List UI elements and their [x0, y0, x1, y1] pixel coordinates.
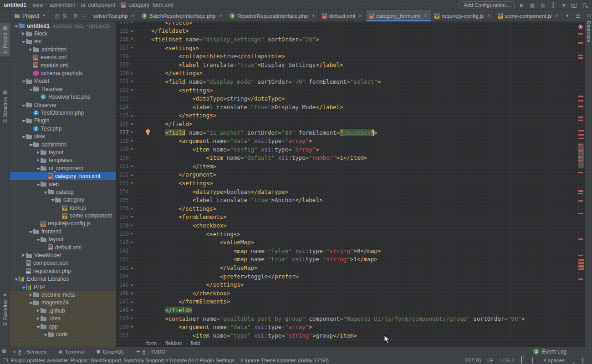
sidebar-item-favorites[interactable]: ★ 2: Favorites — [0, 292, 10, 325]
error-mark[interactable] — [578, 193, 583, 194]
code-line-217[interactable]: 217 <settings> — [116, 44, 577, 52]
code-line-221[interactable]: 221 <field name="display_mode" sortOrder… — [116, 77, 577, 86]
tree-item-adminhtml[interactable]: adminhtml — [10, 141, 116, 148]
error-mark[interactable] — [578, 200, 583, 202]
tree-open-arrow-icon[interactable] — [21, 102, 26, 108]
editor-scrollbar[interactable] — [578, 143, 584, 168]
code-line-241[interactable]: 241 <map name="false" xsi:type="string">… — [116, 247, 577, 255]
toolbar-button--services[interactable]: ▸8: Services — [14, 349, 46, 354]
error-mark[interactable] — [578, 55, 583, 56]
code-line-228[interactable]: 228 <argument name="data" xsi:type="arra… — [116, 136, 577, 145]
notification-bell-icon[interactable] — [571, 358, 576, 363]
error-mark[interactable] — [578, 268, 584, 270]
code-line-216[interactable]: 216 <fieldset name="display_settings" so… — [116, 35, 577, 44]
toolbar-button--todo[interactable]: ☰6: TODO — [136, 349, 166, 354]
code-line-226[interactable]: 226 </field> — [116, 120, 577, 128]
error-mark[interactable] — [578, 116, 583, 118]
breadcrumb-item[interactable]: untitled1 — [4, 2, 26, 8]
tab-some-component-js[interactable]: JSsome-component.js✕ — [495, 10, 561, 21]
tree-item-registration-php[interactable]: phpregistration.php — [10, 267, 116, 275]
fold-expand-icon[interactable] — [129, 22, 135, 23]
code-line-229[interactable]: 229 <item name="config" xsi:type="array"… — [116, 145, 577, 154]
project-panel-title[interactable]: Project — [22, 13, 39, 19]
tree-item-events-xml[interactable]: </>events.xml — [10, 54, 116, 61]
error-stripe[interactable]: ! — [577, 22, 585, 339]
tab-batchresolverinterface-php[interactable]: IBatchResolverInterface.php✕ — [138, 10, 226, 21]
tree-item-viewmodel[interactable]: ViewModel — [10, 251, 116, 259]
tree-open-arrow-icon[interactable] — [21, 284, 26, 290]
tree-item-observer[interactable]: Observer — [10, 101, 116, 109]
error-mark[interactable] — [578, 150, 583, 152]
tree-open-arrow-icon[interactable] — [21, 117, 26, 124]
code-line-220[interactable]: 220 </settings> — [116, 69, 577, 78]
error-mark[interactable] — [578, 278, 583, 280]
code-line-244[interactable]: 244 <prefer>toggle</prefer> — [116, 272, 577, 281]
tree-open-arrow-icon[interactable] — [28, 142, 33, 148]
close-icon[interactable]: ✕ — [219, 13, 223, 18]
fold-collapse-icon[interactable] — [129, 326, 135, 328]
tree-item-resolvertest-php[interactable]: CResolverTest.php — [10, 93, 116, 101]
error-mark[interactable] — [578, 120, 583, 121]
close-icon[interactable]: ✕ — [131, 13, 135, 18]
tree-open-arrow-icon[interactable] — [14, 276, 19, 282]
tree-closed-arrow-icon[interactable] — [36, 308, 41, 314]
close-icon[interactable]: ✕ — [555, 13, 559, 18]
caret-position[interactable]: 227:70 — [465, 358, 481, 363]
event-log-button[interactable]: 1 Event Log — [533, 349, 592, 355]
search-icon[interactable] — [581, 2, 587, 8]
error-mark[interactable] — [578, 255, 583, 256]
fold-collapse-icon[interactable] — [129, 38, 135, 40]
tree-item-form-js[interactable]: JSform.js — [10, 204, 116, 212]
code-line-227[interactable]: 227 <field name="is_anchor" sortOrder="8… — [116, 128, 577, 137]
tree-item--github[interactable]: .github — [10, 307, 116, 314]
intention-bulb-icon[interactable] — [146, 129, 150, 133]
settings-icon[interactable]: ⚙ — [73, 13, 78, 19]
tab-solvertest-php[interactable]: solverTest.php✕ — [90, 10, 138, 21]
tree-item-category-form-xml[interactable]: </>category_form.xml — [10, 172, 116, 180]
tree-item-module-xml[interactable]: </>module.xml — [10, 61, 116, 69]
tree-open-arrow-icon[interactable] — [21, 78, 26, 84]
tree-item-app[interactable]: app — [10, 323, 116, 330]
tree-item-etc[interactable]: etc — [10, 38, 116, 46]
fold-collapse-icon[interactable] — [129, 182, 135, 184]
editor[interactable]: 214 </field>215 </fieldset>216 <fieldset… — [116, 22, 577, 339]
fold-collapse-icon[interactable] — [129, 148, 135, 150]
tab-resolverequestinterface-php[interactable]: IResolveRequestInterface.php✕ — [226, 10, 319, 21]
tab-list-icon[interactable]: ☰ — [576, 13, 580, 19]
tabs-overflow-chevron-icon[interactable]: ▼ — [565, 14, 569, 18]
indent-setting[interactable]: 4 spaces — [544, 358, 565, 363]
project-panel-header[interactable]: Project ▼ ◎ ⇅ ⚙ — — [10, 10, 90, 21]
code-line-223[interactable]: 223 <dataType>string</dataType> — [116, 94, 577, 103]
run-icon[interactable]: ▶ — [519, 2, 525, 8]
tree-closed-arrow-icon[interactable] — [21, 30, 26, 37]
error-mark[interactable] — [578, 265, 584, 268]
tree-open-arrow-icon[interactable] — [36, 324, 41, 330]
tree-item-testobserver-php[interactable]: CTestObserver.php — [10, 109, 116, 116]
fold-expand-icon[interactable] — [129, 207, 135, 209]
code-line-233[interactable]: 233 <settings> — [116, 179, 577, 187]
error-mark[interactable] — [578, 172, 583, 173]
fold-expand-icon[interactable] — [129, 72, 135, 74]
tree-open-arrow-icon[interactable] — [21, 133, 26, 140]
code-line-249[interactable]: 249 <container name="available_sort_by_g… — [116, 314, 577, 323]
code-line-236[interactable]: 236 </settings> — [116, 204, 577, 213]
highlighting-level-icon[interactable] — [532, 358, 537, 363]
close-icon[interactable]: ✕ — [487, 13, 490, 18]
profile-icon[interactable]: ▩ — [529, 2, 536, 8]
fold-expand-icon[interactable] — [129, 123, 135, 125]
fold-expand-icon[interactable] — [129, 301, 135, 303]
code-line-238[interactable]: 238 <checkbox> — [116, 221, 577, 230]
fold-collapse-icon[interactable] — [129, 318, 135, 319]
tree-item-doctrine-meta[interactable]: doctrine-meta — [10, 291, 116, 298]
code-line-215[interactable]: 215 </fieldset> — [116, 27, 577, 35]
feedback-face-icon[interactable] — [582, 358, 587, 363]
status-message-text[interactable]: Plugin updates available: Plugins: BashS… — [11, 358, 329, 363]
error-mark[interactable] — [578, 190, 583, 192]
tree-item-model[interactable]: Model — [10, 77, 116, 85]
fold-collapse-icon[interactable] — [129, 225, 135, 227]
code-line-234[interactable]: 234 <dataType>boolean</dataType> — [116, 187, 577, 196]
code-line-251[interactable]: 251 <item name="type" xsi:type="string">… — [116, 331, 577, 339]
close-icon[interactable]: ✕ — [311, 13, 315, 18]
fold-expand-icon[interactable] — [129, 267, 135, 269]
add-configuration-button[interactable]: Add Configuration... — [459, 1, 515, 9]
